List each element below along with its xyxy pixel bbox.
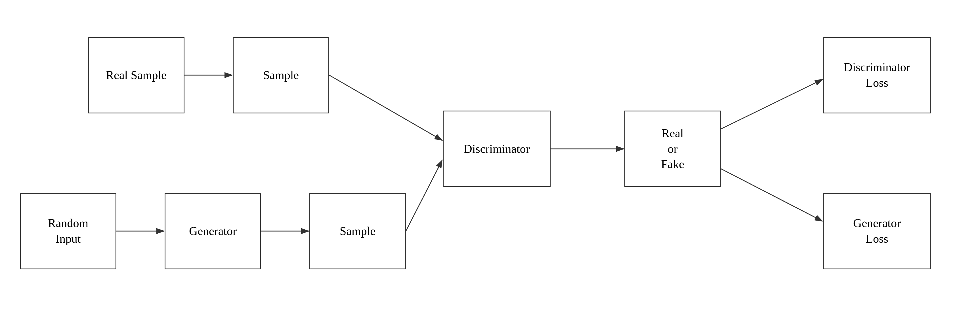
generator-loss-label: GeneratorLoss	[853, 216, 901, 246]
sample-bottom-box: Sample	[309, 193, 406, 269]
real-or-fake-label: RealorFake	[661, 125, 684, 172]
sample-top-label: Sample	[263, 68, 299, 83]
sample-bottom-label: Sample	[340, 223, 375, 239]
real-or-fake-box: RealorFake	[624, 111, 721, 187]
random-input-box: RandomInput	[20, 193, 116, 269]
svg-line-5	[721, 79, 822, 129]
random-input-label: RandomInput	[48, 216, 88, 246]
discriminator-loss-label: DiscriminatorLoss	[844, 60, 910, 90]
real-sample-label: Real Sample	[106, 68, 166, 83]
generator-loss-box: GeneratorLoss	[823, 193, 931, 269]
discriminator-box: Discriminator	[443, 111, 550, 187]
real-sample-box: Real Sample	[88, 37, 185, 113]
diagram-container: Real Sample Sample Discriminator RealorF…	[0, 0, 980, 317]
discriminator-label: Discriminator	[463, 141, 530, 157]
generator-label: Generator	[189, 223, 237, 239]
sample-top-box: Sample	[233, 37, 329, 113]
svg-line-6	[721, 169, 822, 221]
generator-box: Generator	[165, 193, 261, 269]
discriminator-loss-box: DiscriminatorLoss	[823, 37, 931, 113]
svg-line-3	[406, 160, 442, 231]
svg-line-2	[329, 75, 442, 140]
